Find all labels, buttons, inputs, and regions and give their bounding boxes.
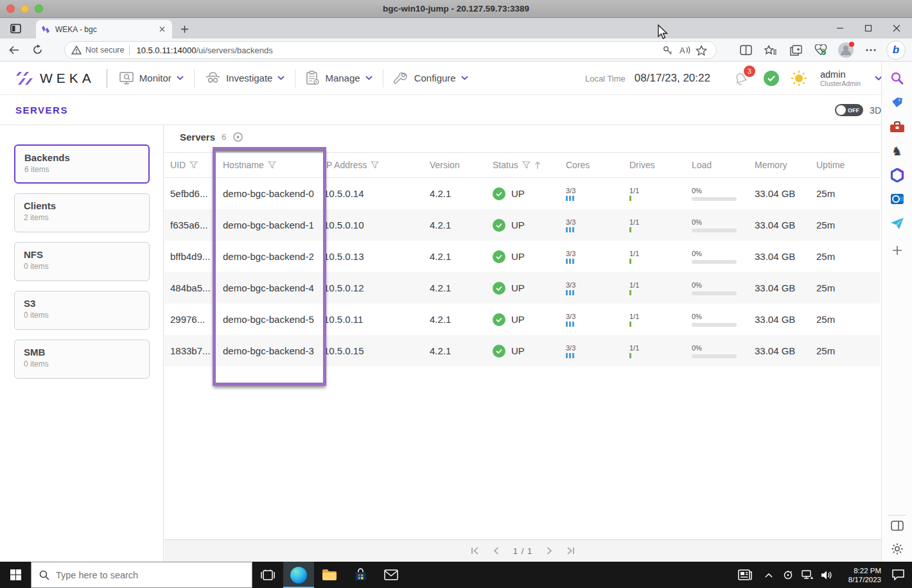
- sidebar-drop-button[interactable]: [888, 214, 906, 232]
- collections-button[interactable]: [786, 40, 805, 60]
- previous-page-button[interactable]: [493, 547, 499, 555]
- column-cores[interactable]: Cores: [566, 160, 629, 170]
- notifications-button[interactable]: 3: [732, 70, 750, 87]
- file-explorer-button[interactable]: [314, 562, 345, 588]
- tray-device-icon[interactable]: [778, 562, 798, 588]
- tray-network-icon[interactable]: [798, 562, 817, 588]
- split-screen-button[interactable]: [736, 40, 755, 60]
- sidebar-item-nfs[interactable]: NFS 0 items: [14, 242, 150, 281]
- theme-toggle-button[interactable]: [791, 70, 807, 87]
- edge-taskbar-button[interactable]: [283, 562, 314, 588]
- column-uptime[interactable]: Uptime: [816, 160, 880, 170]
- back-button[interactable]: [5, 41, 23, 59]
- sidebar-item-s3[interactable]: S3 0 items: [14, 291, 150, 330]
- column-ip-address[interactable]: IP Address: [324, 160, 430, 170]
- status-cell: UP: [493, 313, 566, 326]
- sidebar-add-button[interactable]: [888, 241, 906, 259]
- outlook-icon: [890, 192, 904, 206]
- window-minimize-button[interactable]: [834, 22, 846, 35]
- task-view-button[interactable]: [252, 562, 283, 588]
- not-secure-warning-icon: [71, 46, 82, 55]
- sidebar-shopping-button[interactable]: [888, 94, 906, 112]
- tab-actions-button[interactable]: [8, 21, 23, 35]
- toggle-knob: [836, 105, 846, 115]
- menu-investigate[interactable]: Investigate: [205, 71, 285, 85]
- filter-icon[interactable]: [189, 161, 198, 169]
- password-button[interactable]: [660, 42, 676, 58]
- chevron-up-icon: [765, 573, 773, 578]
- window-close-button[interactable]: [890, 22, 903, 35]
- widgets-button[interactable]: [731, 562, 759, 588]
- tray-expand-button[interactable]: [759, 562, 778, 588]
- column-load[interactable]: Load: [692, 160, 755, 170]
- sidebar-item-smb[interactable]: SMB 0 items: [14, 340, 150, 379]
- last-page-button[interactable]: [566, 547, 575, 555]
- filter-icon[interactable]: [268, 161, 276, 169]
- menu-monitor[interactable]: Monitor: [119, 71, 184, 85]
- collections-icon: [790, 45, 802, 56]
- first-page-button[interactable]: [471, 547, 479, 555]
- tray-volume-icon[interactable]: [817, 562, 836, 588]
- new-tab-button[interactable]: [179, 23, 190, 35]
- screen: bgc-win10-jump - 20.127.59.73:3389 WEKA …: [0, 0, 912, 588]
- action-center-button[interactable]: [884, 562, 912, 588]
- tab-close-button[interactable]: [157, 24, 167, 35]
- sidebar-m365-button[interactable]: [888, 166, 906, 184]
- sidebar-search-button[interactable]: [888, 69, 906, 87]
- column-drives[interactable]: Drives: [629, 160, 692, 170]
- table-row[interactable]: f635a6... demo-bgc-backend-1 10.5.0.10 4…: [164, 209, 880, 241]
- sidebar-toggle-button[interactable]: [888, 517, 906, 535]
- user-role: ClusterAdmin: [820, 80, 861, 87]
- sidebar-games-button[interactable]: ♞: [888, 142, 906, 160]
- taskbar-search[interactable]: [31, 562, 252, 588]
- bing-chat-button[interactable]: b: [886, 40, 906, 60]
- favorites-button[interactable]: [761, 40, 780, 60]
- cluster-health-ok-icon[interactable]: [764, 71, 779, 86]
- column-version[interactable]: Version: [430, 160, 493, 170]
- menu-configure[interactable]: Configure: [394, 71, 468, 85]
- favorite-this-page-button[interactable]: [693, 42, 710, 58]
- read-aloud-button[interactable]: A: [676, 42, 693, 58]
- column-uid[interactable]: UID: [170, 160, 223, 170]
- browser-menu-button[interactable]: [861, 40, 881, 60]
- table-row[interactable]: 29976... demo-bgc-backend-5 10.5.0.11 4.…: [164, 304, 880, 335]
- column-hostname[interactable]: Hostname: [223, 160, 324, 170]
- 3d-view-toggle[interactable]: OFF: [835, 104, 863, 116]
- weka-logo[interactable]: WEKA: [15, 71, 95, 86]
- taskbar-search-input[interactable]: [56, 570, 223, 580]
- browser-tab[interactable]: WEKA - bgc: [36, 20, 172, 39]
- column-status[interactable]: Status: [493, 160, 566, 170]
- sidebar-tools-button[interactable]: [888, 118, 906, 136]
- close-icon: [893, 24, 900, 32]
- start-button[interactable]: [0, 562, 31, 588]
- store-button[interactable]: [345, 562, 376, 588]
- visibility-icon[interactable]: [232, 132, 243, 143]
- sidebar-item-backends[interactable]: Backends 6 items: [14, 144, 150, 184]
- menu-manage[interactable]: Manage: [306, 71, 372, 85]
- sidebar-settings-button[interactable]: [888, 540, 906, 558]
- address-bar[interactable]: Not secure 10.5.0.11:14000 /ui/servers/b…: [64, 41, 717, 59]
- filter-icon[interactable]: [522, 161, 531, 169]
- profile-button[interactable]: [836, 40, 855, 60]
- next-page-button[interactable]: [547, 547, 552, 555]
- chevron-left-icon: [493, 547, 499, 555]
- browser-essentials-button[interactable]: [811, 40, 830, 60]
- column-memory[interactable]: Memory: [755, 160, 816, 170]
- filter-icon[interactable]: [371, 161, 379, 169]
- table-row[interactable]: 484ba5... demo-bgc-backend-4 10.5.0.12 4…: [164, 272, 880, 304]
- sidebar-outlook-button[interactable]: [888, 190, 906, 208]
- security-label[interactable]: Not secure: [85, 46, 124, 55]
- mail-button[interactable]: [376, 562, 407, 588]
- window-maximize-button[interactable]: [862, 22, 875, 35]
- table-row[interactable]: 5efbd6... demo-bgc-backend-0 10.5.0.14 4…: [164, 178, 880, 209]
- table-row[interactable]: bffb4d9... demo-bgc-backend-2 10.5.0.13 …: [164, 241, 880, 272]
- m365-icon: [890, 168, 904, 182]
- uid-cell: 484ba5...: [170, 282, 223, 293]
- table-row[interactable]: 1833b7... demo-bgc-backend-3 10.5.0.15 4…: [164, 335, 880, 367]
- sort-ascending-icon[interactable]: [534, 161, 541, 169]
- taskbar-clock[interactable]: 8:22 PM 8/17/2023: [836, 566, 884, 584]
- version-cell: 4.2.1: [430, 345, 493, 356]
- back-icon: [8, 45, 20, 55]
- reload-button[interactable]: [28, 41, 46, 59]
- sidebar-item-clients[interactable]: Clients 2 items: [14, 193, 150, 232]
